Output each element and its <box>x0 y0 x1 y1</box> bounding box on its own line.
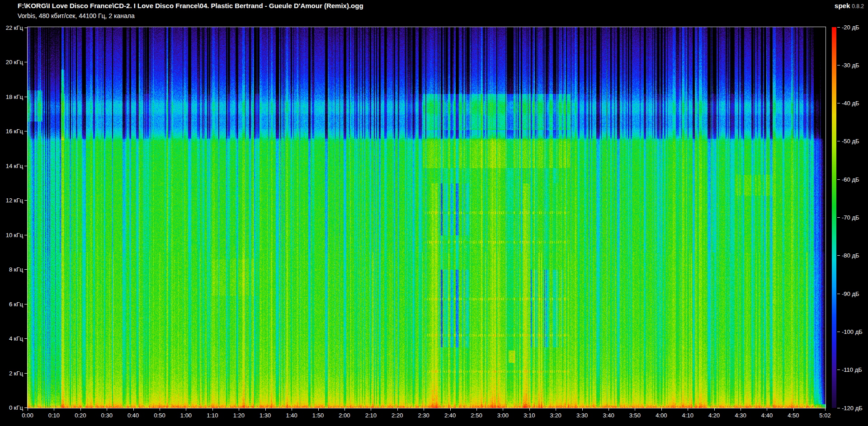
db-tick-label: -110 дБ <box>842 367 862 373</box>
axis-tick <box>186 408 186 411</box>
axis-tick <box>24 235 27 235</box>
axis-tick <box>837 179 840 180</box>
time-tick-label: 0:00 <box>13 412 42 418</box>
axis-tick <box>825 408 826 411</box>
freq-tick-label: 22 кГц <box>0 25 23 31</box>
time-tick-label: 2:00 <box>330 412 359 418</box>
axis-tick <box>24 62 27 62</box>
time-tick-label: 0:10 <box>39 412 68 418</box>
time-tick-label: 1:00 <box>171 412 200 418</box>
freq-tick-label: 20 кГц <box>0 59 23 65</box>
time-tick-label: 3:00 <box>488 412 517 418</box>
time-tick-label: 3:50 <box>620 412 649 418</box>
time-tick-label: 1:30 <box>251 412 280 418</box>
time-tick-label: 1:40 <box>277 412 306 418</box>
axis-tick <box>529 408 530 411</box>
time-tick-label: 1:10 <box>198 412 227 418</box>
axis-tick <box>837 408 840 408</box>
axis-tick <box>837 103 840 103</box>
db-tick-label: -50 дБ <box>842 138 859 144</box>
axis-tick <box>837 332 840 332</box>
axis-tick <box>24 407 27 408</box>
time-tick-label: 1:20 <box>224 412 253 418</box>
time-tick-label: 1:50 <box>304 412 333 418</box>
axis-tick <box>635 408 635 411</box>
axis-tick <box>292 408 292 411</box>
axis-tick <box>371 408 371 411</box>
axis-tick <box>212 408 213 411</box>
freq-tick-label: 2 кГц <box>0 370 23 376</box>
freq-tick-label: 16 кГц <box>0 128 23 134</box>
freq-tick-label: 14 кГц <box>0 163 23 169</box>
axis-tick <box>837 255 840 256</box>
axis-tick <box>793 408 794 411</box>
time-tick-label: 5:02 <box>811 412 840 418</box>
time-tick-label: 4:30 <box>726 412 755 418</box>
db-tick-label: -40 дБ <box>842 100 859 106</box>
axis-tick <box>837 141 840 141</box>
db-tick-label: -70 дБ <box>842 215 859 220</box>
axis-tick <box>24 373 27 374</box>
axis-tick <box>160 408 160 411</box>
axis-tick <box>24 338 27 339</box>
axis-tick <box>556 408 556 411</box>
axis-tick <box>239 408 239 411</box>
axis-tick <box>24 131 27 131</box>
axis-tick <box>24 200 27 201</box>
axis-tick <box>107 408 107 411</box>
time-tick-label: 0:30 <box>92 412 121 418</box>
axis-tick <box>265 408 266 411</box>
time-tick-label: 3:30 <box>568 412 597 418</box>
axis-tick <box>837 65 840 66</box>
axis-tick <box>837 27 840 28</box>
axis-tick <box>837 370 840 370</box>
file-path-title: F:\KORG\I Love Disco France\CD-2. I Love… <box>18 2 363 9</box>
stream-info: Vorbis, 480 кбит/сек, 44100 Гц, 2 канала <box>18 12 135 19</box>
axis-tick <box>688 408 688 411</box>
time-tick-label: 4:40 <box>752 412 781 418</box>
time-tick-label: 3:20 <box>541 412 570 418</box>
axis-tick <box>767 408 767 411</box>
axis-tick <box>837 217 840 218</box>
axis-tick <box>503 408 503 411</box>
axis-tick <box>80 408 81 411</box>
db-tick-label: -30 дБ <box>842 62 859 68</box>
time-tick-label: 3:40 <box>594 412 623 418</box>
time-tick-label: 4:20 <box>700 412 729 418</box>
axis-tick <box>24 28 27 28</box>
db-tick-label: -120 дБ <box>842 405 863 411</box>
axis-tick <box>133 408 134 411</box>
db-legend-gradient <box>832 27 836 408</box>
axis-tick <box>54 408 54 411</box>
axis-tick <box>837 294 840 294</box>
time-tick-label: 2:50 <box>462 412 491 418</box>
time-tick-label: 2:20 <box>383 412 412 418</box>
axis-tick <box>24 166 27 166</box>
axis-tick <box>28 408 28 411</box>
axis-tick <box>24 269 27 270</box>
time-tick-label: 0:40 <box>119 412 148 418</box>
spectrogram-canvas <box>27 27 826 408</box>
axis-tick <box>344 408 345 411</box>
freq-tick-label: 10 кГц <box>0 232 23 238</box>
time-tick-label: 4:50 <box>779 412 808 418</box>
axis-tick <box>476 408 477 411</box>
axis-tick <box>318 408 319 411</box>
time-tick-label: 2:30 <box>409 412 438 418</box>
freq-tick-label: 4 кГц <box>0 336 23 342</box>
db-tick-label: -80 дБ <box>842 253 859 258</box>
axis-tick <box>741 408 741 411</box>
freq-tick-label: 8 кГц <box>0 267 23 272</box>
axis-tick <box>661 408 662 411</box>
app-brand: spek0.8.2 <box>835 2 864 10</box>
axis-tick <box>397 408 398 411</box>
time-tick-label: 4:10 <box>673 412 702 418</box>
db-tick-label: -90 дБ <box>842 291 859 297</box>
time-tick-label: 2:40 <box>436 412 465 418</box>
axis-tick <box>424 408 424 411</box>
time-tick-label: 2:10 <box>356 412 385 418</box>
axis-tick <box>450 408 451 411</box>
axis-tick <box>24 304 27 304</box>
db-tick-label: -60 дБ <box>842 177 859 183</box>
time-tick-label: 3:10 <box>515 412 544 418</box>
